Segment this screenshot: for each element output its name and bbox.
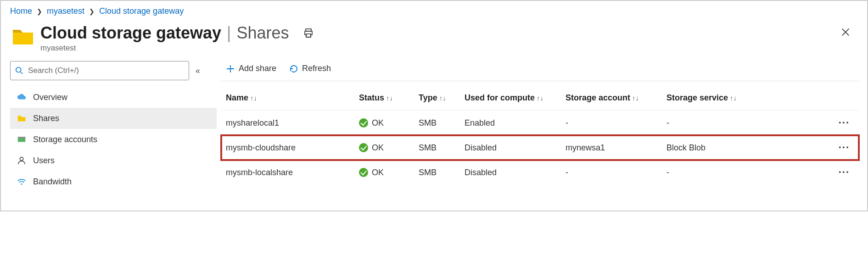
sort-icon: ↑↓ bbox=[250, 94, 257, 102]
ok-icon bbox=[359, 118, 368, 127]
page-header: Cloud storage gateway | Shares myasetest bbox=[1, 21, 867, 61]
sort-icon: ↑↓ bbox=[386, 94, 393, 102]
column-header-type[interactable]: Type↑↓ bbox=[414, 87, 460, 111]
sidebar-item-label: Users bbox=[33, 156, 55, 166]
print-icon bbox=[303, 28, 314, 39]
column-label: Storage account bbox=[566, 93, 630, 102]
cell-name: mysmb-cloudshare bbox=[221, 135, 354, 160]
row-actions-button[interactable]: ··· bbox=[831, 135, 859, 160]
refresh-icon bbox=[289, 64, 298, 73]
svg-point-2 bbox=[16, 67, 21, 72]
sidebar-item-label: Bandwidth bbox=[33, 177, 72, 187]
page-title: Cloud storage gateway bbox=[40, 23, 221, 43]
column-label: Storage service bbox=[666, 93, 728, 102]
add-share-label: Add share bbox=[239, 64, 276, 73]
sidebar-item-overview[interactable]: Overview bbox=[10, 87, 217, 108]
column-label: Type bbox=[419, 93, 437, 102]
chevron-right-icon: ❯ bbox=[37, 8, 42, 15]
cell-status: OK bbox=[354, 135, 414, 160]
cell-status: OK bbox=[354, 111, 414, 136]
cell-type: SMB bbox=[414, 111, 460, 136]
folder-icon bbox=[17, 113, 27, 123]
column-header-actions bbox=[831, 87, 859, 111]
user-icon bbox=[17, 155, 27, 166]
breadcrumb-item-home[interactable]: Home bbox=[10, 6, 32, 16]
sort-icon: ↑↓ bbox=[632, 94, 639, 102]
sidebar-item-label: Overview bbox=[33, 93, 67, 102]
column-label: Name bbox=[226, 93, 248, 102]
svg-rect-1 bbox=[306, 34, 311, 37]
sidebar-item-label: Storage accounts bbox=[33, 135, 97, 144]
sidebar: Search (Ctrl+/) « Overview Shares bbox=[1, 61, 217, 192]
cell-type: SMB bbox=[414, 135, 460, 160]
title-separator: | bbox=[227, 23, 231, 43]
column-header-name[interactable]: Name↑↓ bbox=[221, 87, 354, 111]
wifi-icon bbox=[17, 177, 27, 187]
print-button[interactable] bbox=[303, 24, 314, 41]
close-icon bbox=[840, 27, 851, 37]
svg-rect-5 bbox=[18, 137, 26, 138]
search-placeholder: Search (Ctrl+/) bbox=[28, 66, 79, 75]
cell-compute: Enabled bbox=[460, 111, 561, 136]
column-header-status[interactable]: Status↑↓ bbox=[354, 87, 414, 111]
sidebar-item-label: Shares bbox=[33, 114, 59, 123]
close-button[interactable] bbox=[840, 23, 856, 39]
toolbar: Add share Refresh bbox=[221, 61, 859, 81]
add-share-button[interactable]: Add share bbox=[226, 64, 276, 73]
ok-icon bbox=[359, 168, 368, 177]
cell-compute: Disabled bbox=[460, 135, 561, 160]
breadcrumb-item-resource[interactable]: myasetest bbox=[47, 6, 84, 16]
cell-compute: Disabled bbox=[460, 160, 561, 185]
sidebar-item-bandwidth[interactable]: Bandwidth bbox=[10, 171, 217, 192]
column-header-compute[interactable]: Used for compute↑↓ bbox=[460, 87, 561, 111]
row-actions-button[interactable]: ··· bbox=[831, 111, 859, 136]
table-row[interactable]: mysmb-localshareOKSMBDisabled--··· bbox=[221, 160, 859, 185]
cell-type: SMB bbox=[414, 160, 460, 185]
row-actions-button[interactable]: ··· bbox=[831, 160, 859, 185]
column-header-account[interactable]: Storage account↑↓ bbox=[561, 87, 662, 111]
breadcrumb: Home ❯ myasetest ❯ Cloud storage gateway bbox=[1, 1, 867, 21]
cell-service: - bbox=[662, 160, 831, 185]
breadcrumb-item-section[interactable]: Cloud storage gateway bbox=[99, 6, 184, 16]
cell-status: OK bbox=[354, 160, 414, 185]
cell-name: mysharelocal1 bbox=[221, 111, 354, 136]
shares-table: Name↑↓ Status↑↓ Type↑↓ Used for compute↑… bbox=[221, 87, 859, 185]
cell-account: - bbox=[561, 111, 662, 136]
resource-name: myasetest bbox=[40, 44, 840, 53]
refresh-button[interactable]: Refresh bbox=[289, 64, 331, 73]
column-label: Used for compute bbox=[465, 93, 535, 102]
search-input[interactable]: Search (Ctrl+/) bbox=[10, 61, 189, 80]
table-row[interactable]: mysharelocal1OKSMBEnabled--··· bbox=[221, 111, 859, 136]
sort-icon: ↑↓ bbox=[439, 94, 446, 102]
cell-name: mysmb-localshare bbox=[221, 160, 354, 185]
chevron-right-icon: ❯ bbox=[89, 8, 95, 15]
cell-account: - bbox=[561, 160, 662, 185]
svg-line-3 bbox=[21, 72, 23, 74]
page-subtitle: Shares bbox=[236, 23, 289, 43]
main-content: Add share Refresh Name↑↓ Status↑↓ bbox=[217, 61, 867, 192]
sort-icon: ↑↓ bbox=[730, 94, 737, 102]
sidebar-item-users[interactable]: Users bbox=[10, 150, 217, 171]
svg-point-7 bbox=[21, 183, 22, 185]
refresh-label: Refresh bbox=[302, 64, 331, 73]
folder-icon bbox=[12, 26, 34, 46]
collapse-sidebar-button[interactable]: « bbox=[196, 66, 200, 76]
table-row[interactable]: mysmb-cloudshareOKSMBDisabledmynewsa1Blo… bbox=[221, 135, 859, 160]
column-label: Status bbox=[359, 93, 384, 102]
search-icon bbox=[15, 66, 23, 75]
cell-service: Block Blob bbox=[662, 135, 831, 160]
cell-service: - bbox=[662, 111, 831, 136]
sidebar-item-storage-accounts[interactable]: Storage accounts bbox=[10, 129, 217, 150]
storage-icon bbox=[17, 134, 27, 144]
svg-point-6 bbox=[20, 157, 23, 161]
sidebar-item-shares[interactable]: Shares bbox=[10, 108, 217, 129]
column-header-service[interactable]: Storage service↑↓ bbox=[662, 87, 831, 111]
cloud-icon bbox=[17, 92, 27, 102]
ok-icon bbox=[359, 143, 368, 152]
plus-icon bbox=[226, 64, 235, 73]
sidebar-nav: Overview Shares Storage accounts bbox=[10, 87, 217, 192]
sort-icon: ↑↓ bbox=[537, 94, 543, 102]
cell-account: mynewsa1 bbox=[561, 135, 662, 160]
